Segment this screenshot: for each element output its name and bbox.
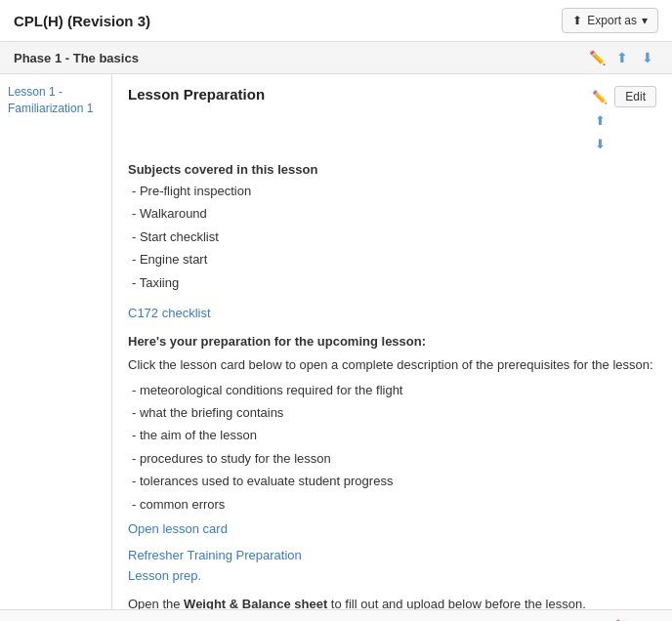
bottom-edit-icon[interactable]: ✏️ — [611, 616, 633, 621]
phase-icons: ✏️ ⬆ ⬇ — [586, 47, 658, 68]
export-button[interactable]: ⬆ Export as ▾ — [562, 8, 658, 33]
content-move-down-icon[interactable]: ⬇ — [589, 133, 610, 154]
export-label: Export as — [587, 14, 637, 27]
bottom-info-icon[interactable]: ℹ — [637, 616, 658, 621]
lesson-title: Lesson Preparation — [128, 86, 265, 103]
edit-button[interactable]: Edit — [614, 86, 656, 107]
list-item: - tolerances used to evaluate student pr… — [132, 470, 656, 492]
list-item: - what the briefing contains — [132, 401, 656, 424]
list-item: - Engine start — [132, 248, 656, 270]
phase-move-down-icon[interactable]: ⬇ — [637, 47, 658, 68]
list-item: - procedures to study for the lesson — [132, 447, 656, 470]
phase-label: Phase 1 - The basics — [14, 51, 139, 65]
bottom-bar-icons: ✏️ ℹ — [611, 616, 658, 621]
bottom-bar: Read the lesson preparation before the l… — [0, 609, 672, 621]
chevron-down-icon: ▾ — [642, 14, 648, 27]
phase-edit-icon[interactable]: ✏️ — [586, 47, 608, 68]
list-item: - Start checklist — [132, 226, 656, 248]
sidebar: Lesson 1 - Familiarization 1 — [0, 74, 112, 609]
phase-bar: Phase 1 - The basics ✏️ ⬆ ⬇ — [0, 42, 672, 74]
page-title: CPL(H) (Revision 3) — [14, 13, 150, 29]
list-item: - the aim of the lesson — [132, 424, 656, 446]
weight-balance-intro: Open the Weight & Balance sheet to fill … — [128, 595, 656, 609]
page-header: CPL(H) (Revision 3) ⬆ Export as ▾ — [0, 0, 672, 42]
list-item: - meteorological conditions required for… — [132, 379, 656, 401]
phase-move-up-icon[interactable]: ⬆ — [611, 47, 633, 68]
preparation-heading: Here's your preparation for the upcoming… — [128, 332, 656, 352]
sidebar-item-lesson1[interactable]: Lesson 1 - Familiarization 1 — [8, 84, 104, 117]
list-item: - common errors — [132, 493, 656, 516]
export-icon: ⬆ — [572, 14, 582, 27]
main-content: Lesson 1 - Familiarization 1 Lesson Prep… — [0, 74, 672, 609]
preparation-intro: Click the lesson card below to open a co… — [128, 355, 656, 376]
content-move-up-icon[interactable]: ⬆ — [589, 109, 610, 131]
list-item: - Taxiing — [132, 271, 656, 294]
c172-checklist-link[interactable]: C172 checklist — [128, 306, 211, 320]
open-lesson-card-link[interactable]: Open lesson card — [128, 521, 228, 536]
list-item: - Walkaround — [132, 202, 656, 225]
subjects-heading: Subjects covered in this lesson — [128, 162, 656, 177]
lesson-prep-link[interactable]: Lesson prep. — [128, 568, 201, 583]
content-edit-icon[interactable]: ✏️ — [589, 86, 610, 107]
subjects-list: - Pre-flight inspection - Walkaround - S… — [132, 180, 656, 294]
content-area: Lesson Preparation ✏️ ⬆ ⬇ Edit Subjects … — [112, 74, 672, 609]
preparation-list: - meteorological conditions required for… — [132, 379, 656, 516]
list-item: - Pre-flight inspection — [132, 180, 656, 202]
refresher-training-link[interactable]: Refresher Training Preparation — [128, 548, 302, 562]
